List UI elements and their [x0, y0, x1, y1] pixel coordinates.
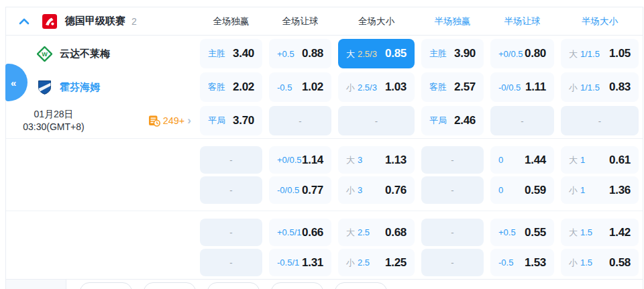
odds-cell-under[interactable]: 小2.51.25 [338, 249, 415, 276]
column-header-half-handicap: 半场让球 [487, 7, 557, 35]
odds-cell-over-half[interactable]: 大1/1.51.05 [561, 39, 639, 68]
odds-cell-empty: - [200, 249, 262, 276]
odds-cell-under-half[interactable]: 小1/1.50.83 [561, 72, 639, 102]
odds-cell-under-half[interactable]: 小11.36 [561, 176, 639, 204]
odds-row: - +0/0.51.14 大31.13 - 01.44 大10.61 [197, 145, 643, 175]
odds-cell-home-win-half[interactable]: 主胜3.90 [421, 39, 484, 68]
column-header-full-win: 全场独赢 [197, 7, 266, 35]
odds-cell-home-win[interactable]: 主胜3.40 [200, 39, 262, 68]
column-header-half-overunder: 半场大小 [557, 7, 642, 35]
odds-group-alt-lines-1: - +0/0.51.14 大31.13 - 01.44 大10.61 - -0/… [6, 138, 643, 211]
odds-cell-handicap[interactable]: -0/0.50.77 [269, 176, 331, 204]
odds-cell-empty: - [561, 106, 639, 135]
bottom-tabs-bar [6, 279, 643, 289]
league-header: 德国甲级联赛 2 [6, 7, 197, 35]
odds-cell-empty: - [200, 176, 262, 204]
team-logo-away-icon [37, 80, 52, 95]
column-header-full-overunder: 全场大小 [335, 7, 418, 35]
odds-cell-handicap[interactable]: -0.51.02 [269, 72, 331, 102]
odds-group-main: W 云达不莱梅 霍芬海姆 01月28日 03:30(GMT+8) [6, 36, 643, 138]
odds-cell-away-win-half[interactable]: 客胜2.57 [421, 72, 484, 102]
odds-row: - -0/0.50.77 小30.76 - 00.59 小11.36 [197, 175, 643, 205]
odds-cell-handicap-half[interactable]: -0.51.53 [490, 249, 554, 276]
league-name: 德国甲级联赛 [65, 15, 125, 27]
odds-cell-under[interactable]: 小30.76 [338, 176, 415, 204]
bottom-tabs [66, 280, 387, 289]
odds-cell-empty: - [490, 106, 554, 135]
chevron-up-icon [19, 18, 30, 25]
bottom-tab-pill[interactable] [144, 282, 196, 289]
odds-row: 平局3.70 - - 平局2.46 - - [197, 104, 643, 137]
match-meta-row: 01月28日 03:30(GMT+8) 249+ › [6, 104, 197, 137]
odds-cell-empty: - [338, 106, 415, 135]
odds-cell-empty: - [421, 176, 484, 204]
match-info-spacer [6, 217, 197, 278]
odds-cell-empty: - [200, 219, 262, 246]
odds-cell-over[interactable]: 大31.13 [338, 146, 415, 174]
svg-text:W: W [42, 51, 48, 58]
team-name-home: 云达不莱梅 [60, 48, 110, 60]
column-header-full-handicap: 全场让球 [266, 7, 335, 35]
team-logo-home-icon: W [37, 46, 52, 62]
odds-cell-over[interactable]: 大2.50.68 [338, 219, 415, 246]
odds-cell-away-win[interactable]: 客胜2.02 [200, 72, 262, 102]
odds-group-alt-lines-2: - +0.5/10.66 大2.50.68 - +0.50.55 大1.51.4… [6, 211, 643, 279]
odds-cell-handicap[interactable]: +0/0.51.14 [269, 146, 331, 174]
bottom-tab-pill[interactable] [207, 282, 260, 289]
chevron-right-icon: › [187, 115, 191, 126]
match-count-badge: 2 [131, 16, 137, 27]
bottom-tab-pill[interactable] [271, 282, 323, 289]
match-info-spacer [6, 145, 197, 205]
odds-cell-handicap-half[interactable]: -0/0.51.11 [490, 72, 554, 102]
odds-cell-handicap[interactable]: -0.5/11.31 [269, 249, 331, 276]
team-row-home: W 云达不莱梅 [6, 37, 197, 70]
match-datetime: 01月28日 03:30(GMT+8) [6, 108, 101, 133]
bottom-left-cell [6, 280, 66, 289]
odds-cell-over-selected[interactable]: 大2.5/30.85 [338, 39, 415, 68]
odds-cell-handicap[interactable]: +0.5/10.66 [269, 219, 331, 246]
odds-cell-under-half[interactable]: 小1.50.58 [561, 249, 639, 276]
odds-cell-empty: - [421, 219, 484, 246]
team-row-away: 霍芬海姆 [6, 70, 197, 104]
odds-cell-handicap-half[interactable]: 01.44 [490, 146, 554, 174]
odds-cell-draw-half[interactable]: 平局2.46 [421, 106, 484, 135]
odds-cell-over-half[interactable]: 大10.61 [561, 146, 639, 174]
odds-cell-handicap[interactable]: +0.50.88 [269, 39, 331, 68]
odds-cell-handicap-half[interactable]: +0/0.50.80 [490, 39, 554, 68]
match-time: 03:30(GMT+8) [6, 121, 101, 133]
match-info: W 云达不莱梅 霍芬海姆 01月28日 03:30(GMT+8) [6, 37, 197, 137]
odds-panel: 德国甲级联赛 2 全场独赢 全场让球 全场大小 半场独赢 半场让球 半场大小 W… [5, 7, 643, 289]
odds-row: - +0.5/10.66 大2.50.68 - +0.50.55 大1.51.4… [197, 217, 643, 247]
bottom-tab-pill[interactable] [80, 282, 132, 289]
column-header-half-win: 半场独赢 [418, 7, 487, 35]
bottom-tab-pill[interactable] [335, 282, 387, 289]
markets-count: 249+ [163, 115, 185, 126]
odds-cell-under[interactable]: 小2.5/31.03 [338, 72, 415, 102]
league-logo-icon [42, 14, 57, 29]
odds-cell-empty: - [421, 249, 484, 276]
odds-cell-empty: - [200, 146, 262, 174]
odds-cell-handicap-half[interactable]: 00.59 [490, 176, 554, 204]
collapse-button[interactable] [14, 11, 34, 32]
markets-icon [148, 115, 160, 127]
table-header: 德国甲级联赛 2 全场独赢 全场让球 全场大小 半场独赢 半场让球 半场大小 [6, 7, 643, 36]
odds-cell-empty: - [421, 146, 484, 174]
odds-cell-draw[interactable]: 平局3.70 [200, 106, 262, 135]
odds-cell-empty: - [269, 106, 331, 135]
odds-row: 主胜3.40 +0.50.88 大2.5/30.85 主胜3.90 +0/0.5… [197, 37, 643, 70]
team-name-away: 霍芬海姆 [60, 81, 100, 94]
odds-cell-over-half[interactable]: 大1.51.42 [561, 219, 639, 246]
more-markets-button[interactable]: 249+ › [148, 115, 191, 127]
odds-cell-handicap-half[interactable]: +0.50.55 [490, 219, 554, 246]
odds-row: - -0.5/11.31 小2.51.25 - -0.51.53 小1.50.5… [197, 247, 643, 278]
match-date: 01月28日 [6, 108, 101, 121]
odds-row: 客胜2.02 -0.51.02 小2.5/31.03 客胜2.57 -0/0.5… [197, 70, 643, 104]
